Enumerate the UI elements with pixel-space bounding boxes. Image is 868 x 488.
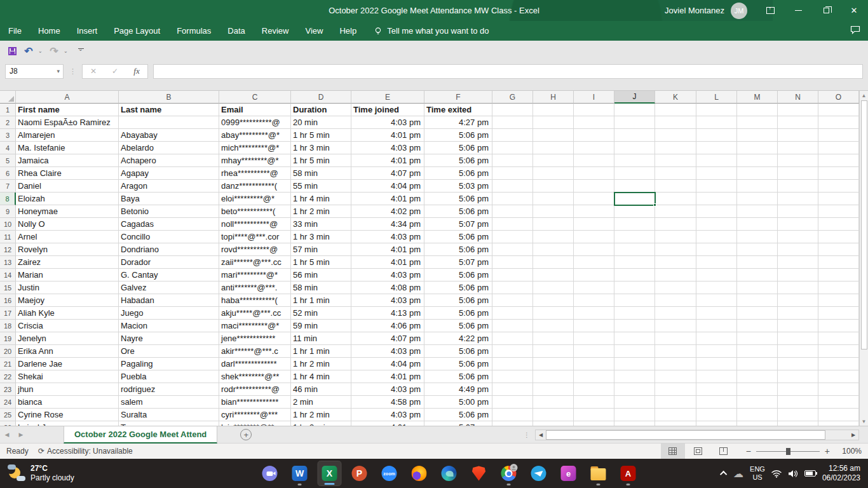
cell[interactable] (492, 116, 533, 129)
cell[interactable] (737, 332, 778, 345)
cell[interactable]: Cagadas (119, 218, 219, 231)
cell[interactable]: Darlene Jae (16, 358, 119, 370)
cell[interactable] (492, 332, 533, 345)
zoom-slider-thumb[interactable] (786, 448, 790, 455)
cell[interactable] (818, 218, 859, 231)
row-header-1[interactable]: 1 (0, 104, 16, 116)
onedrive-cloud-icon[interactable]: ☁ (733, 468, 743, 480)
cell[interactable] (655, 167, 696, 180)
cell[interactable]: topi****@***.cor (219, 231, 291, 243)
cell[interactable] (737, 256, 778, 269)
cell[interactable] (574, 218, 614, 231)
cell[interactable]: Abayabay (119, 129, 219, 142)
powerpoint-button[interactable]: P (348, 461, 372, 486)
cell[interactable] (818, 129, 859, 142)
cell[interactable]: 4:03 pm (351, 294, 424, 307)
cell[interactable] (574, 383, 614, 396)
cell[interactable]: Time joined (351, 104, 424, 116)
cell[interactable] (778, 193, 818, 205)
teams-chat-button[interactable] (258, 461, 282, 486)
cell[interactable] (737, 231, 778, 243)
cell[interactable] (574, 294, 614, 307)
cell[interactable]: Dorador (119, 256, 219, 269)
cell[interactable] (614, 421, 655, 426)
selected-cell-J8[interactable] (614, 192, 656, 206)
cell[interactable]: maci*********@* (219, 320, 291, 332)
cell[interactable]: 1 hr 1 min (291, 345, 351, 358)
row-header-15[interactable]: 15 (0, 281, 16, 294)
cell[interactable]: abay*********@* (219, 129, 291, 142)
cell[interactable]: Arnel (16, 231, 119, 243)
cell[interactable] (614, 269, 655, 281)
cell[interactable]: Criscia (16, 320, 119, 332)
cell[interactable]: 57 min (291, 243, 351, 256)
cell[interactable] (492, 269, 533, 281)
cell[interactable]: rodr***********@ (219, 383, 291, 396)
cell[interactable] (119, 116, 219, 129)
cell[interactable] (818, 332, 859, 345)
telegram-button[interactable] (527, 461, 551, 486)
cell[interactable] (492, 358, 533, 370)
cell[interactable] (574, 231, 614, 243)
cell[interactable] (614, 370, 655, 383)
cell[interactable]: 55 min (291, 180, 351, 193)
cell[interactable]: 1 hr 2 min (291, 205, 351, 218)
cell[interactable] (533, 154, 574, 167)
cell[interactable]: 1 hr 4 min (291, 193, 351, 205)
cell[interactable] (696, 383, 737, 396)
hidden-icons-chevron-icon[interactable] (720, 471, 727, 478)
row-header-17[interactable]: 17 (0, 307, 16, 320)
cell[interactable] (614, 383, 655, 396)
cell[interactable]: Marian (16, 269, 119, 281)
cell[interactable] (533, 205, 574, 218)
tab-scroll-splitter[interactable]: ⋮ (524, 431, 530, 438)
column-header-A[interactable]: A (16, 91, 119, 104)
cell[interactable] (655, 231, 696, 243)
cell[interactable]: Suralta (119, 409, 219, 421)
cell[interactable] (696, 396, 737, 409)
cell[interactable]: 5:06 pm (424, 167, 492, 180)
cell[interactable]: Ore (119, 345, 219, 358)
cell[interactable] (778, 116, 818, 129)
cell[interactable] (614, 281, 655, 294)
cell[interactable]: Rhea Claire (16, 167, 119, 180)
cell[interactable]: mari*********@* (219, 269, 291, 281)
sheet-nav-right-icon[interactable]: ▶ (14, 431, 28, 438)
zoom-in-button[interactable]: + (825, 446, 830, 456)
volume-icon[interactable] (788, 470, 798, 478)
cell[interactable]: akir******@***.c (219, 345, 291, 358)
redo-dropdown-icon[interactable]: ⌄ (64, 48, 70, 54)
cell[interactable]: 4:34 pm (351, 218, 424, 231)
enter-entry-button[interactable]: ✓ (104, 67, 126, 76)
cell[interactable]: 4:22 pm (424, 332, 492, 345)
name-box-dropdown-icon[interactable]: ▾ (57, 68, 63, 74)
ribbon-tab-home[interactable]: Home (30, 21, 69, 41)
cell[interactable]: 5:06 pm (424, 154, 492, 167)
name-box[interactable]: J8 ▾ (5, 64, 64, 79)
cell[interactable] (778, 320, 818, 332)
cell[interactable]: G. Cantay (119, 269, 219, 281)
cell[interactable]: 1 hr 3 min (291, 231, 351, 243)
accessibility-checker[interactable]: ⟳ Accessibility: Unavailable (38, 447, 133, 456)
cell[interactable] (533, 294, 574, 307)
formula-input[interactable] (153, 64, 863, 79)
cell[interactable] (655, 409, 696, 421)
cell[interactable] (614, 231, 655, 243)
cell[interactable] (737, 180, 778, 193)
save-button[interactable] (5, 44, 19, 58)
row-header-26[interactable]: 26 (0, 421, 16, 426)
cell[interactable]: 4:07 pm (351, 167, 424, 180)
cell[interactable] (574, 370, 614, 383)
cell[interactable] (533, 281, 574, 294)
cell[interactable] (696, 116, 737, 129)
cell[interactable] (492, 129, 533, 142)
cell[interactable] (696, 193, 737, 205)
cell[interactable] (492, 180, 533, 193)
cell[interactable]: 1 hr 3 min (291, 421, 351, 426)
row-header-2[interactable]: 2 (0, 116, 16, 129)
cell[interactable] (574, 142, 614, 154)
cell[interactable]: beto***********( (219, 205, 291, 218)
cell[interactable] (696, 345, 737, 358)
column-header-L[interactable]: L (696, 91, 737, 104)
cell[interactable] (614, 345, 655, 358)
